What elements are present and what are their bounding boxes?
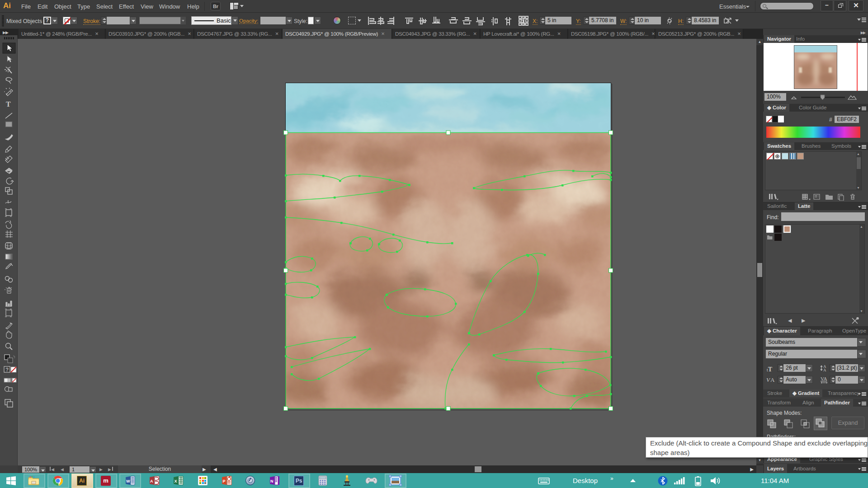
- svg-text:T: T: [6, 100, 11, 108]
- svg-text:VA: VA: [821, 376, 827, 381]
- svg-text:W: W: [126, 479, 130, 483]
- svg-text:A: A: [770, 376, 775, 383]
- svg-text:?: ?: [6, 367, 9, 372]
- svg-text:A: A: [150, 479, 153, 483]
- svg-text:X: X: [175, 479, 177, 483]
- svg-text:N: N: [270, 479, 274, 483]
- svg-text:P: P: [223, 479, 226, 483]
- svg-text:A: A: [823, 368, 826, 372]
